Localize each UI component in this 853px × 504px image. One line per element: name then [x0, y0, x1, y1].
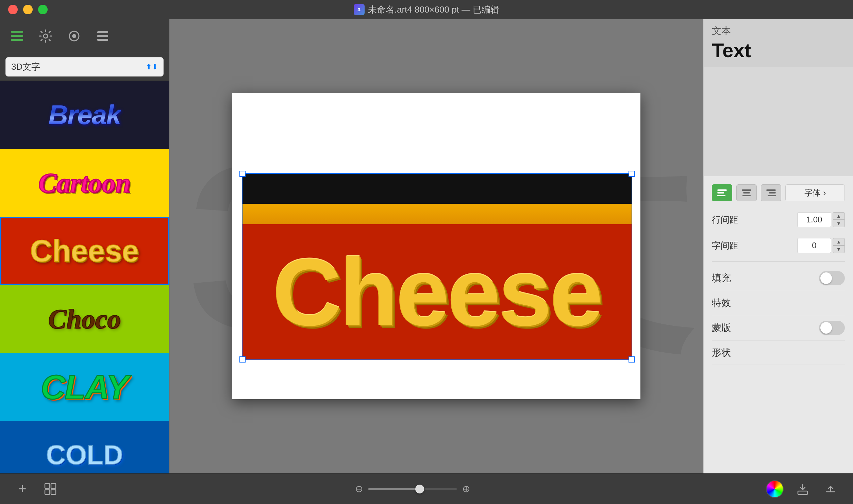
alignment-font-row: 字体 ›: [712, 184, 845, 201]
mask-row: 蒙版: [712, 315, 845, 341]
fill-row: 填充: [712, 266, 845, 291]
char-spacing-stepper: ▲ ▼: [833, 238, 845, 253]
font-button[interactable]: 字体 ›: [785, 184, 845, 201]
style-item-cold[interactable]: COLD: [0, 421, 169, 473]
svg-rect-14: [768, 195, 776, 196]
svg-rect-7: [717, 192, 724, 194]
cheese-canvas-content[interactable]: Cheese: [242, 173, 632, 360]
char-spacing-up[interactable]: ▲: [833, 238, 845, 246]
zoom-slider[interactable]: [368, 488, 457, 490]
effects-row: 特效: [712, 291, 845, 315]
settings-button[interactable]: [37, 27, 54, 45]
dropdown-arrow-icon: ⬆⬇: [146, 63, 158, 71]
zoom-in-icon[interactable]: ⊕: [462, 483, 470, 494]
cheese-yellow-bar: [242, 204, 632, 224]
break-text: Break: [48, 99, 120, 131]
zoom-out-icon[interactable]: ⊖: [355, 483, 363, 494]
hamburger-line-2: [11, 35, 23, 37]
style-dropdown[interactable]: 3D文字 ⬆⬇: [5, 57, 164, 77]
panel-title: Text: [712, 39, 845, 62]
menu-button[interactable]: [8, 27, 26, 45]
line-spacing-input[interactable]: [797, 212, 831, 227]
align-right-button[interactable]: [761, 184, 781, 201]
style-list: Break Cartoon Cheese Choco CLAY COLD: [0, 81, 169, 473]
bottom-right: [766, 480, 839, 498]
style-item-clay[interactable]: CLAY: [0, 353, 169, 421]
svg-rect-17: [45, 490, 50, 494]
hamburger-line-1: [11, 31, 23, 33]
char-spacing-control: ▲ ▼: [797, 238, 845, 253]
shape-label: 形状: [712, 346, 731, 359]
grid-button[interactable]: [41, 480, 59, 498]
add-button[interactable]: +: [14, 480, 31, 498]
char-spacing-input[interactable]: [797, 238, 831, 253]
export-button[interactable]: [794, 480, 812, 498]
svg-rect-11: [742, 195, 751, 196]
char-spacing-row: 字间距 ▲ ▼: [712, 235, 845, 256]
layers-button[interactable]: [65, 27, 83, 45]
mask-toggle[interactable]: [819, 321, 845, 335]
svg-rect-12: [766, 189, 776, 191]
line-spacing-control: ▲ ▼: [797, 212, 845, 227]
bottom-center: ⊖ ⊕: [59, 483, 766, 494]
style-item-choco[interactable]: Choco: [0, 285, 169, 353]
zoom-slider-fill: [368, 488, 421, 490]
canvas-document[interactable]: Cheese: [232, 93, 640, 399]
close-button[interactable]: [8, 5, 18, 14]
maximize-button[interactable]: [38, 5, 48, 14]
stack-button[interactable]: [94, 27, 112, 45]
char-spacing-down[interactable]: ▼: [833, 246, 845, 253]
svg-rect-8: [717, 195, 725, 196]
line-spacing-label: 行间距: [712, 214, 738, 226]
panel-section-label: 文本: [712, 24, 845, 37]
svg-point-0: [44, 34, 48, 38]
main-layout: 3D文字 ⬆⬇ Break Cartoon Cheese Choco: [0, 19, 853, 473]
color-wheel-button[interactable]: [766, 480, 784, 498]
titlebar: a 未命名.art4 800×600 pt — 已编辑: [0, 0, 853, 19]
hamburger-line-3: [11, 39, 23, 41]
sidebar: 3D文字 ⬆⬇ Break Cartoon Cheese Choco: [0, 19, 169, 473]
fill-toggle-knob: [820, 272, 832, 284]
effects-label: 特效: [712, 297, 731, 309]
share-button[interactable]: [822, 480, 839, 498]
svg-rect-13: [769, 192, 776, 194]
style-item-cartoon[interactable]: Cartoon: [0, 149, 169, 217]
align-left-button[interactable]: [712, 184, 732, 201]
cheese-text-sidebar: Cheese: [30, 234, 139, 269]
fill-toggle[interactable]: [819, 271, 845, 285]
svg-rect-9: [742, 189, 751, 191]
svg-rect-15: [45, 484, 50, 488]
zoom-slider-thumb[interactable]: [415, 485, 424, 493]
zoom-controls: ⊖ ⊕: [355, 483, 470, 494]
style-item-break[interactable]: Break: [0, 81, 169, 149]
line-spacing-up[interactable]: ▲: [833, 212, 845, 220]
right-panel-header: 文本 Text: [704, 19, 853, 67]
bottom-left: +: [14, 480, 59, 498]
clay-text: CLAY: [41, 368, 128, 407]
right-panel-content: 字体 › 行间距 ▲ ▼ 字间距: [704, 176, 853, 473]
bottom-toolbar: + ⊖ ⊕: [0, 473, 853, 504]
add-icon: +: [18, 481, 26, 497]
style-item-cheese[interactable]: Cheese: [0, 217, 169, 285]
dropdown-label: 3D文字: [11, 61, 40, 73]
align-center-button[interactable]: [736, 184, 757, 201]
app-icon: a: [354, 4, 365, 15]
canvas-area[interactable]: 3D文 Cheese: [169, 19, 703, 473]
svg-rect-5: [97, 39, 108, 41]
divider-1: [712, 261, 845, 262]
line-spacing-row: 行间距 ▲ ▼: [712, 209, 845, 230]
line-spacing-stepper: ▲ ▼: [833, 212, 845, 227]
fill-label: 填充: [712, 272, 731, 285]
line-spacing-down[interactable]: ▼: [833, 220, 845, 227]
shape-row: 形状: [712, 341, 845, 365]
choco-text: Choco: [48, 304, 121, 335]
svg-rect-18: [51, 490, 56, 494]
chevron-right-icon: ›: [823, 188, 826, 198]
svg-point-2: [72, 34, 76, 38]
style-selector-row: 3D文字 ⬆⬇: [0, 53, 169, 81]
minimize-button[interactable]: [23, 5, 33, 14]
panel-preview-area: [704, 67, 853, 176]
svg-rect-6: [717, 189, 727, 191]
font-button-label: 字体: [804, 187, 821, 198]
mask-label: 蒙版: [712, 321, 731, 334]
